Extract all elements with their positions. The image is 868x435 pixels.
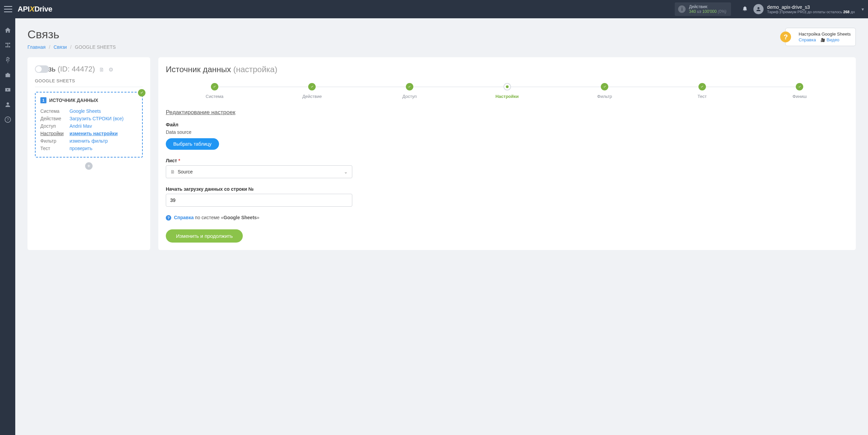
step-number-badge: 1	[40, 97, 46, 103]
kv-filter[interactable]: Фильтризменить фильтр	[40, 137, 137, 145]
gear-icon[interactable]: ⚙	[108, 67, 113, 72]
select-table-button[interactable]: Выбрать таблицу	[166, 138, 219, 150]
rail-briefcase[interactable]	[4, 71, 12, 79]
breadcrumb: Главная / Связи / GOOGLE SHEETS	[27, 44, 856, 50]
source-title: ИСТОЧНИК ДАННЫХ	[49, 98, 98, 103]
section-title: Редактирование настроек	[166, 109, 848, 116]
rail-billing[interactable]	[4, 56, 12, 64]
actions-label: Действия:	[689, 4, 726, 9]
help-icon: ?	[166, 215, 171, 221]
main-content: ? Настройка Google Sheets Справка 🎥 Виде…	[15, 18, 868, 435]
menu-toggle-button[interactable]	[4, 6, 12, 12]
step-test[interactable]: Тест	[653, 83, 751, 99]
connection-subtitle: GOOGLE SHEETS	[35, 78, 143, 87]
rail-profile[interactable]	[4, 101, 12, 108]
question-icon: ?	[780, 32, 791, 42]
info-icon: i	[678, 5, 686, 13]
step-access[interactable]: Доступ	[361, 83, 458, 99]
add-step-button[interactable]: +	[85, 162, 93, 170]
file-icon: 🗎	[170, 169, 175, 174]
avatar-icon	[753, 4, 764, 14]
kv-test[interactable]: Тестпроверить	[40, 145, 137, 152]
connection-card: Связь (ID: 44472) 🗎 ⚙ GOOGLE SHEETS 1 ИС…	[27, 57, 150, 250]
rail-connections[interactable]	[4, 41, 12, 49]
kv-system[interactable]: СистемаGoogle Sheets	[40, 107, 137, 115]
breadcrumb-home[interactable]: Главная	[27, 44, 45, 50]
settings-card: Источник данных (настройка) Система Дейс…	[158, 57, 856, 250]
help-link-video[interactable]: 🎥 Видео	[821, 37, 840, 42]
help-title: Настройка Google Sheets	[798, 32, 851, 37]
video-icon: 🎥	[821, 38, 825, 42]
topbar: APIXDrive i Действия: 340 из 100'000 (0%…	[0, 0, 868, 18]
step-action[interactable]: Действие	[263, 83, 361, 99]
check-icon	[138, 89, 145, 97]
enable-toggle[interactable]	[35, 65, 49, 73]
system-help-link: ? Справка по системе «Google Sheets»	[166, 215, 848, 221]
step-system[interactable]: Система	[166, 83, 263, 99]
source-box: 1 ИСТОЧНИК ДАННЫХ СистемаGoogle Sheets Д…	[35, 92, 143, 158]
start-row-input[interactable]	[166, 194, 352, 207]
breadcrumb-current: GOOGLE SHEETS	[75, 44, 116, 50]
kv-settings[interactable]: Настройкиизменить настройки	[40, 130, 137, 137]
sheet-select[interactable]: 🗎Source ⌄	[166, 165, 352, 178]
page-title: Связь	[27, 28, 856, 41]
stepper: Система Действие Доступ Настройки Фильтр…	[166, 83, 848, 99]
file-value: Data source	[166, 129, 848, 135]
row-label: Начать загрузку данных со строки №	[166, 186, 848, 192]
kv-access[interactable]: ДоступAndrii Mav	[40, 122, 137, 130]
actions-counter[interactable]: i Действия: 340 из 100'000 (0%)	[675, 2, 731, 16]
user-name: demo_apix-drive_s3	[767, 4, 855, 10]
help-panel: ? Настройка Google Sheets Справка 🎥 Виде…	[785, 28, 856, 46]
chevron-down-icon: ⌄	[344, 169, 348, 174]
rail-home[interactable]	[4, 26, 12, 34]
help-reference-link[interactable]: Справка	[174, 215, 194, 220]
user-plan: Тариф |Премиум PRO| до оплаты осталось 2…	[767, 10, 855, 14]
document-icon[interactable]: 🗎	[99, 67, 104, 72]
submit-button[interactable]: Изменить и продолжить	[166, 229, 243, 243]
logo[interactable]: APIXDrive	[18, 5, 52, 14]
user-menu[interactable]: demo_apix-drive_s3 Тариф |Премиум PRO| д…	[753, 4, 855, 14]
notifications-button[interactable]	[742, 5, 748, 13]
help-link-reference[interactable]: Справка	[798, 37, 816, 42]
settings-title: Источник данных (настройка)	[166, 65, 848, 74]
kv-action[interactable]: ДействиеЗагрузить СТРОКИ (все)	[40, 115, 137, 122]
logo-x-icon: X	[29, 5, 34, 13]
file-label: Файл	[166, 122, 848, 127]
rail-help[interactable]: ?	[4, 116, 12, 123]
step-finish[interactable]: Финиш	[751, 83, 848, 99]
svg-text:?: ?	[6, 118, 8, 122]
rail-video[interactable]	[4, 86, 12, 94]
sheet-label: Лист *	[166, 158, 848, 163]
breadcrumb-links[interactable]: Связи	[54, 44, 67, 50]
step-settings[interactable]: Настройки	[458, 83, 556, 99]
chevron-down-icon[interactable]: ▾	[862, 6, 864, 12]
side-rail: ?	[0, 18, 15, 435]
step-filter[interactable]: Фильтр	[556, 83, 653, 99]
